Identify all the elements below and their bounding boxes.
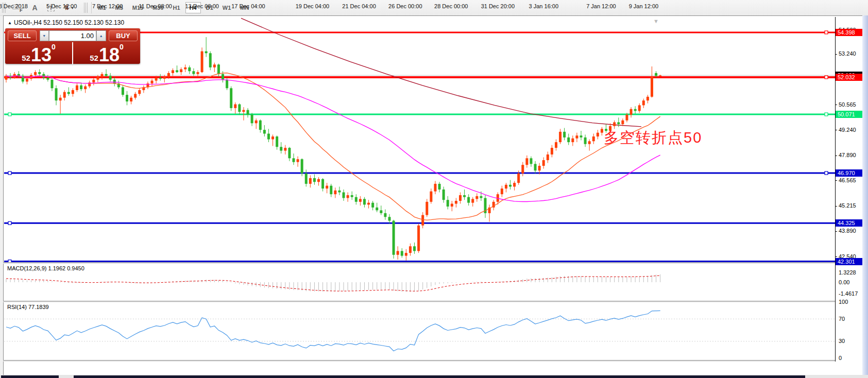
- axis-tick: [835, 206, 837, 207]
- level-handle-50.071[interactable]: [825, 113, 828, 116]
- price-tick-label: 53.240: [839, 50, 856, 57]
- sell-price-prefix: 52: [22, 54, 30, 63]
- axis-tick: [835, 105, 837, 105]
- time-axis-label: 28 Dec 00:00: [434, 3, 468, 9]
- chevron-up-icon: ▲: [99, 34, 103, 38]
- level-label-52.032: 52.032: [836, 74, 862, 81]
- chart-shift-marker-icon[interactable]: ▼: [653, 18, 659, 24]
- volume-input[interactable]: [49, 30, 96, 41]
- macd-indicator-pane[interactable]: MACD(12,26,9) 1.1962 0.9450: [4, 264, 835, 301]
- time-axis-label: 17 Dec 04:00: [231, 3, 265, 9]
- time-axis-label: 9 Jan 12:00: [629, 3, 659, 9]
- sell-price-main: 13: [31, 47, 52, 63]
- price-tick-label: 47.890: [839, 152, 856, 158]
- rsi-axis-label: 30: [839, 338, 845, 344]
- candles: [5, 37, 662, 261]
- level-label-44.325: 44.325: [836, 219, 862, 227]
- chart-title: ▲USOil-,H4 52.150 52.150 52.130 52.130: [8, 19, 124, 26]
- ma-longterm-line: [241, 18, 641, 127]
- level-label-46.970: 46.970: [836, 169, 862, 177]
- rsi-axis-label: 100: [839, 299, 848, 305]
- buy-button[interactable]: BUY: [109, 30, 138, 41]
- one-click-trading-panel: SELL ▼ ▲ BUY 52130 52180: [5, 28, 140, 64]
- time-axis-label: 7 Dec 12:00: [92, 3, 123, 9]
- time-axis-label: 26 Dec 00:00: [388, 3, 422, 9]
- rsi-axis-label: 70: [839, 316, 845, 322]
- macd-label: MACD(12,26,9) 1.1962 0.9450: [7, 265, 84, 271]
- macd-axis-label: 0.00: [839, 279, 849, 285]
- axis-border: [835, 17, 836, 362]
- level-label-50.071: 50.071: [836, 111, 862, 118]
- symbol-marker-icon: ▲: [8, 21, 12, 25]
- sell-price-display[interactable]: 52130: [5, 42, 73, 64]
- macd-axis-label: 1.3228: [839, 269, 856, 276]
- main-chart-pane[interactable]: 多空转折点50▼ ▲USOil-,H4 52.150 52.150 52.130…: [4, 17, 835, 263]
- level-handle-46.970[interactable]: [825, 171, 828, 175]
- sell-price-sup: 0: [52, 43, 56, 50]
- axis-tick: [835, 180, 837, 181]
- level-handle-54.398[interactable]: [825, 31, 828, 34]
- annotation-text: 多空转折点50: [604, 129, 702, 146]
- chevron-down-icon: ▼: [42, 34, 46, 38]
- time-axis-label: 31 Dec 20:00: [481, 3, 515, 9]
- time-axis-label: 3 Jan 16:00: [529, 3, 559, 9]
- price-axis[interactable]: 54.50053.24050.56549.24047.89046.56545.2…: [835, 17, 862, 375]
- time-axis-label: 11 Dec 08:00: [139, 3, 172, 9]
- axis-tick: [835, 231, 837, 232]
- time-axis-label: 19 Dec 04:00: [296, 3, 329, 9]
- level-handle-52.032[interactable]: [825, 76, 828, 79]
- text-label-icon: A: [32, 4, 37, 12]
- buy-price-display[interactable]: 52180: [73, 42, 140, 64]
- sell-button[interactable]: SELL: [8, 30, 37, 41]
- time-axis-label: 5 Dec 12:00: [46, 3, 77, 9]
- window-scrollbar[interactable]: [862, 15, 868, 378]
- macd-histogram: [6, 274, 660, 292]
- axis-tick: [835, 156, 837, 156]
- price-tick-label: 50.565: [839, 101, 856, 108]
- time-axis-label: 13 Dec 08:00: [185, 3, 218, 9]
- buy-price-main: 18: [99, 47, 120, 63]
- panel-splitter[interactable]: [3, 360, 862, 362]
- macd-axis-label: -1.4617: [839, 290, 858, 297]
- level-label-54.398: 54.398: [836, 29, 862, 36]
- bottom-edge-segment: [74, 375, 805, 378]
- level-handle-46.970[interactable]: [8, 171, 11, 175]
- macd-signal-line: [6, 276, 660, 291]
- buy-price-sup: 0: [120, 43, 124, 50]
- axis-tick: [835, 130, 837, 130]
- volume-increase-button[interactable]: ▲: [96, 30, 106, 41]
- bottom-edge-segment: [1, 375, 59, 378]
- price-tick-label: 43.890: [839, 228, 856, 234]
- price-tick-label: 49.240: [839, 127, 856, 133]
- time-axis-label: 7 Jan 12:00: [586, 3, 616, 9]
- price-tick-label: 46.565: [839, 177, 856, 183]
- time-axis-label: 21 Dec 04:00: [342, 3, 376, 9]
- buy-price-prefix: 52: [90, 54, 98, 63]
- bottom-window-edge: [0, 375, 868, 378]
- ma-fast-line: [6, 73, 660, 220]
- rsi-label: RSI(14) 77.1839: [7, 304, 49, 310]
- level-handle-44.325[interactable]: [8, 221, 11, 225]
- rsi-axis-label: 0: [839, 355, 842, 361]
- chart-title-text: USOil-,H4 52.150 52.150 52.130 52.130: [14, 19, 124, 26]
- price-tick-label: 45.215: [839, 202, 856, 209]
- macd-canvas: [4, 264, 835, 301]
- axis-tick: [835, 54, 837, 55]
- rsi-canvas: [4, 302, 835, 360]
- rsi-indicator-pane[interactable]: RSI(14) 77.1839: [4, 302, 835, 360]
- level-handle-50.071[interactable]: [8, 113, 11, 116]
- rsi-line: [6, 311, 660, 351]
- ma-slow-line: [6, 76, 660, 201]
- axis-tick: [835, 256, 837, 257]
- level-label-42.301: 42.301: [836, 258, 862, 265]
- tool-text-label-button[interactable]: A: [28, 2, 42, 14]
- toolbar-grip[interactable]: [84, 3, 88, 13]
- time-axis-label: 3 Dec 2018: [0, 3, 28, 9]
- volume-decrease-button[interactable]: ▼: [40, 30, 49, 41]
